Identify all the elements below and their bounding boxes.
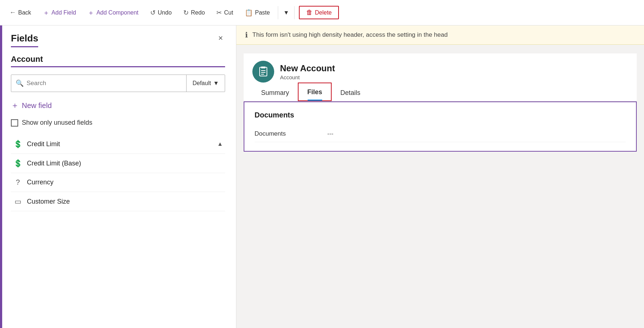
undo-label: Undo: [158, 9, 172, 16]
cut-button[interactable]: ✂ Cut: [211, 7, 238, 19]
field-list: 💲 Credit Limit ▲ 💲 Credit Limit (Base) ?…: [11, 135, 225, 211]
right-panel: ℹ This form isn't using high density hea…: [236, 25, 644, 328]
scroll-up-icon: ▲: [217, 141, 223, 147]
main-layout: Fields × Account 🔍 Default ▼ ＋ New field: [0, 25, 644, 328]
sidebar-header: Fields ×: [11, 33, 225, 47]
svg-rect-0: [260, 67, 267, 76]
search-input[interactable]: [27, 80, 182, 87]
sidebar-title: Fields: [11, 33, 38, 47]
tab-summary-label: Summary: [261, 89, 289, 96]
toolbar: ← Back ＋ Add Field ＋ Add Component ↺ Und…: [0, 0, 644, 25]
field-icon: ▭: [13, 197, 23, 206]
info-banner-text: This form isn't using high density heade…: [252, 31, 448, 39]
toolbar-divider2: [294, 6, 295, 19]
entity-card: New Account Account Summary Files Detail…: [244, 53, 637, 152]
documents-section: Documents Documents ---: [244, 101, 637, 152]
search-row: 🔍 Default ▼: [11, 75, 225, 92]
entity-type: Account: [280, 74, 335, 80]
unused-fields-label: Show only unused fields: [22, 119, 92, 127]
delete-button[interactable]: 🗑 Delete: [299, 6, 339, 19]
entity-name: New Account: [280, 63, 335, 73]
add-component-button[interactable]: ＋ Add Component: [83, 6, 144, 19]
add-component-label: Add Component: [96, 9, 139, 16]
list-item[interactable]: 💲 Credit Limit (Base): [11, 154, 225, 173]
info-icon: ℹ: [245, 31, 248, 39]
paste-dropdown-icon: ▼: [283, 9, 289, 16]
back-icon: ←: [9, 9, 16, 16]
fields-sidebar: Fields × Account 🔍 Default ▼ ＋ New field: [0, 25, 236, 328]
redo-icon: ↻: [183, 9, 189, 17]
documents-title: Documents: [255, 111, 626, 119]
field-name: Credit Limit: [27, 140, 60, 148]
add-field-icon: ＋: [43, 8, 49, 17]
paste-icon: 📋: [245, 9, 253, 17]
doc-label: Documents: [255, 130, 313, 137]
new-field-label: New field: [22, 101, 52, 110]
field-name: Credit Limit (Base): [27, 160, 81, 167]
field-icon: ?: [13, 178, 23, 187]
add-field-button[interactable]: ＋ Add Field: [38, 6, 81, 19]
list-item[interactable]: ▭ Customer Size: [11, 192, 225, 211]
dropdown-label: Default: [192, 80, 211, 87]
field-icon: 💲: [13, 140, 23, 148]
dropdown-chevron-icon: ▼: [213, 80, 219, 87]
add-field-label: Add Field: [52, 9, 76, 16]
field-name: Customer Size: [27, 198, 70, 205]
entity-avatar: [252, 61, 274, 83]
tab-details[interactable]: Details: [332, 84, 369, 101]
new-field-plus-icon: ＋: [11, 100, 19, 111]
paste-label: Paste: [255, 9, 270, 16]
tab-files-label: Files: [307, 88, 322, 96]
add-component-icon: ＋: [88, 8, 94, 17]
paste-dropdown-button[interactable]: ▼: [281, 7, 291, 18]
unused-fields-checkbox[interactable]: [11, 119, 18, 127]
field-name: Currency: [27, 179, 53, 186]
default-dropdown-button[interactable]: Default ▼: [187, 75, 225, 92]
sidebar-close-button[interactable]: ×: [216, 33, 225, 44]
delete-label: Delete: [315, 9, 332, 16]
tab-summary[interactable]: Summary: [252, 84, 298, 101]
delete-icon: 🗑: [306, 9, 313, 16]
close-icon: ×: [218, 33, 223, 43]
tab-files[interactable]: Files: [298, 83, 332, 101]
list-item[interactable]: 💲 Credit Limit ▲: [11, 135, 225, 154]
info-banner: ℹ This form isn't using high density hea…: [236, 25, 644, 45]
table-row: Documents ---: [255, 126, 626, 142]
entity-info: New Account Account: [280, 63, 335, 80]
account-section-label: Account: [11, 55, 225, 67]
toolbar-divider: [278, 6, 278, 19]
undo-button[interactable]: ↺ Undo: [145, 7, 177, 19]
back-button[interactable]: ← Back: [4, 7, 36, 19]
back-label: Back: [18, 9, 31, 16]
paste-button[interactable]: 📋 Paste: [240, 7, 275, 19]
redo-label: Redo: [191, 9, 205, 16]
unused-fields-checkbox-row: Show only unused fields: [11, 119, 225, 127]
list-item[interactable]: ? Currency: [11, 173, 225, 192]
form-area: New Account Account Summary Files Detail…: [236, 45, 644, 328]
tab-details-label: Details: [340, 89, 360, 96]
redo-button[interactable]: ↻ Redo: [178, 7, 210, 19]
new-field-button[interactable]: ＋ New field: [11, 99, 225, 112]
cut-icon: ✂: [216, 9, 222, 17]
cut-label: Cut: [224, 9, 233, 16]
left-edge-decoration: [0, 25, 2, 328]
entity-header: New Account Account: [244, 53, 637, 83]
doc-value: ---: [327, 130, 333, 137]
search-input-wrap: 🔍: [11, 75, 186, 92]
field-icon: 💲: [13, 159, 23, 168]
search-icon: 🔍: [16, 79, 24, 87]
svg-rect-1: [261, 67, 265, 68]
undo-icon: ↺: [150, 9, 156, 17]
tabs-bar: Summary Files Details: [244, 83, 637, 101]
